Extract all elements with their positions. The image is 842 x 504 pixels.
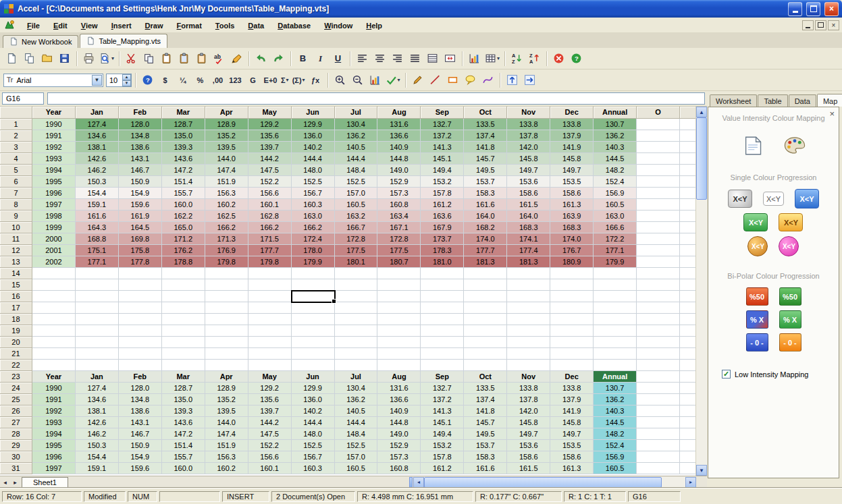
cell[interactable]: 160.0 [162, 463, 205, 474]
column-header[interactable]: Mar [162, 107, 205, 119]
cell[interactable]: 159.6 [119, 463, 162, 474]
cell[interactable] [637, 176, 680, 188]
cell[interactable]: 127.4 [76, 383, 119, 394]
cell[interactable]: 143.1 [119, 153, 162, 165]
cell[interactable]: 1997 [32, 199, 76, 211]
cell[interactable] [594, 325, 637, 337]
column-header[interactable]: Feb [119, 107, 162, 119]
menu-draw[interactable]: Draw [138, 20, 170, 32]
cell[interactable]: 157.8 [421, 188, 464, 199]
currency-button[interactable]: $ [157, 72, 174, 88]
cell[interactable]: 174.0 [464, 233, 507, 245]
cell[interactable] [335, 268, 378, 279]
cell[interactable]: 168.3 [507, 222, 550, 233]
cell[interactable]: 147.2 [162, 165, 205, 176]
cell[interactable] [464, 325, 507, 337]
cell[interactable] [248, 325, 292, 337]
cell[interactable]: 159.1 [76, 463, 119, 474]
cell[interactable]: 136.6 [377, 394, 421, 405]
split-handle[interactable] [409, 477, 413, 488]
cell[interactable] [292, 302, 335, 314]
cell[interactable] [76, 291, 119, 302]
cell[interactable] [637, 325, 680, 337]
cell[interactable]: 160.3 [292, 463, 335, 474]
cell[interactable]: 169.8 [119, 233, 162, 245]
cell[interactable] [248, 360, 292, 371]
mapping-document-button[interactable] [737, 132, 768, 160]
cell[interactable]: 180.9 [550, 256, 594, 268]
row-header[interactable]: 28 [0, 428, 32, 440]
cell[interactable]: 175.8 [119, 245, 162, 256]
mdi-minimize-button[interactable] [802, 20, 814, 30]
duplicate-document-icon[interactable] [21, 50, 38, 67]
curve-tool-icon[interactable] [479, 72, 496, 88]
row-header[interactable]: 26 [0, 405, 32, 417]
callout-tool-icon[interactable] [462, 72, 479, 88]
cell[interactable]: 166.2 [248, 222, 292, 233]
cell[interactable]: 156.3 [205, 188, 248, 199]
cell[interactable]: 1991 [32, 394, 76, 405]
row-header[interactable]: 13 [0, 256, 32, 268]
cell[interactable]: Dec [550, 371, 594, 383]
cell[interactable]: 156.6 [248, 188, 292, 199]
cell[interactable]: 172.2 [594, 233, 637, 245]
cell[interactable]: 154.4 [76, 188, 119, 199]
cell[interactable]: 139.5 [205, 405, 248, 417]
row-header[interactable]: 3 [0, 142, 32, 153]
cell[interactable] [637, 279, 680, 291]
cell[interactable]: 160.5 [594, 463, 637, 474]
sheet-next-icon[interactable]: ▸ [10, 477, 20, 487]
cell[interactable] [162, 291, 205, 302]
panel-tab-worksheet[interactable]: Worksheet [710, 94, 757, 107]
scroll-right-icon[interactable]: ▸ [685, 477, 696, 488]
cell[interactable]: 2001 [32, 245, 76, 256]
cell[interactable]: 156.3 [205, 451, 248, 463]
cell[interactable] [377, 348, 421, 360]
cell[interactable] [162, 314, 205, 325]
cell[interactable]: 146.7 [119, 165, 162, 176]
row-header[interactable]: 18 [0, 314, 32, 325]
cell[interactable]: 136.0 [292, 394, 335, 405]
panel-tab-map[interactable]: Map [817, 94, 842, 107]
column-header[interactable]: May [248, 107, 292, 119]
cell[interactable] [421, 348, 464, 360]
cell[interactable]: 149.4 [421, 428, 464, 440]
cell[interactable] [464, 302, 507, 314]
paste-values-icon[interactable] [193, 50, 210, 67]
cell[interactable]: 161.2 [421, 199, 464, 211]
single-yellow-button[interactable]: X<Y [779, 213, 803, 231]
cell[interactable]: 160.5 [335, 199, 378, 211]
cell[interactable]: 149.0 [377, 165, 421, 176]
cell[interactable] [119, 268, 162, 279]
cell[interactable]: 174.0 [550, 233, 594, 245]
cell[interactable] [421, 291, 464, 302]
cell[interactable]: 141.8 [464, 405, 507, 417]
cell[interactable]: 150.9 [119, 440, 162, 451]
cell[interactable] [594, 279, 637, 291]
cell[interactable]: 146.2 [76, 165, 119, 176]
cell[interactable] [637, 428, 680, 440]
cell[interactable] [421, 279, 464, 291]
cell[interactable]: 161.2 [421, 463, 464, 474]
cell[interactable]: 157.3 [377, 188, 421, 199]
help-icon[interactable]: ? [568, 50, 585, 67]
cell[interactable]: 152.4 [594, 176, 637, 188]
cell[interactable] [292, 268, 335, 279]
cell[interactable] [292, 348, 335, 360]
row-header[interactable]: 27 [0, 417, 32, 428]
cell[interactable]: 166.7 [335, 222, 378, 233]
validity-icon[interactable]: ▾ [384, 72, 402, 88]
cell[interactable]: 150.3 [76, 440, 119, 451]
cell[interactable]: 157.0 [335, 451, 378, 463]
menu-file[interactable]: File [20, 20, 47, 32]
cell[interactable]: 143.6 [162, 417, 205, 428]
cell[interactable]: 163.6 [421, 211, 464, 222]
cell[interactable]: 137.4 [464, 130, 507, 142]
cell[interactable]: 160.2 [205, 199, 248, 211]
sort-descending-icon[interactable]: ZA [526, 50, 543, 67]
cell[interactable]: 128.7 [162, 119, 205, 130]
cell[interactable]: 158.3 [464, 188, 507, 199]
paste-special-icon[interactable] [176, 50, 192, 67]
cell[interactable]: 154.9 [119, 188, 162, 199]
cell[interactable]: Jun [292, 371, 335, 383]
